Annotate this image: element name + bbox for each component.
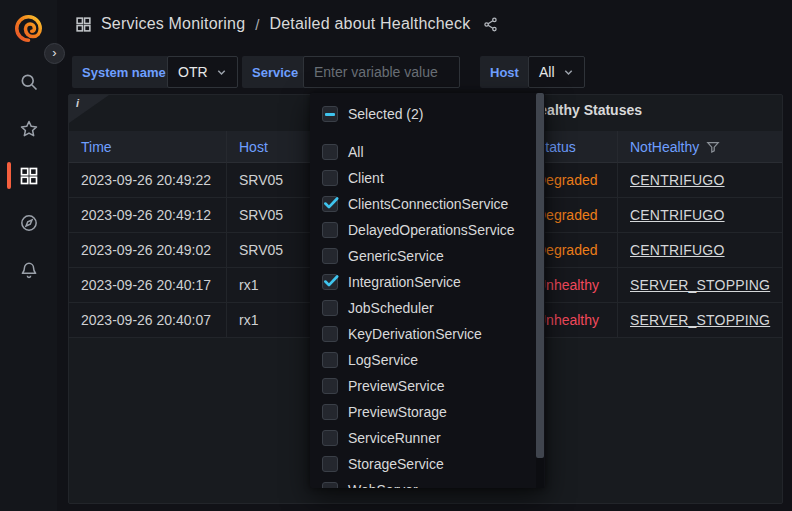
dropdown-selected-summary[interactable]: Selected (2)	[310, 100, 545, 128]
checkbox-icon[interactable]	[322, 352, 338, 368]
checkbox-icon[interactable]	[322, 482, 338, 488]
cell-nothealthy-link[interactable]: SERVER_STOPPING	[630, 277, 770, 293]
checkbox-icon[interactable]	[322, 144, 338, 160]
dropdown-item-label: KeyDerivationService	[348, 326, 482, 342]
dropdown-item-label: Client	[348, 170, 384, 186]
dashboards-grid-icon	[19, 166, 39, 186]
service-dropdown: Selected (2) All Client ClientsConnectio…	[310, 93, 545, 488]
cell-nothealthy-link[interactable]: CENTRIFUGO	[630, 172, 725, 188]
dropdown-item-label: All	[348, 144, 364, 160]
grafana-logo[interactable]	[0, 15, 57, 42]
breadcrumb-item-dashboard[interactable]: Services Monitoring	[101, 15, 245, 33]
checkbox-icon[interactable]	[322, 222, 338, 238]
sidebar-item-favorites[interactable]	[0, 105, 57, 152]
checkbox-indeterminate-icon[interactable]	[322, 106, 338, 122]
dropdown-item[interactable]: PreviewService	[310, 373, 545, 399]
scrollbar-thumb[interactable]	[536, 93, 544, 458]
dropdown-item-label: PreviewService	[348, 378, 444, 394]
cell-time: 2023-09-26 20:40:17	[69, 268, 227, 303]
dropdown-item[interactable]: WebServer	[310, 477, 545, 488]
dropdown-item-label: IntegrationService	[348, 274, 461, 290]
dropdown-item[interactable]: ServiceRunner	[310, 425, 545, 451]
cell-nothealthy-link[interactable]: SERVER_STOPPING	[630, 312, 770, 328]
sidebar-item-dashboards[interactable]	[0, 152, 57, 199]
dropdown-item[interactable]: IntegrationService	[310, 269, 545, 295]
dropdown-scrollbar[interactable]	[536, 93, 544, 488]
dropdown-item[interactable]: KeyDerivationService	[310, 321, 545, 347]
variable-system-name-value: OTR	[178, 64, 208, 80]
checkbox-icon[interactable]	[322, 300, 338, 316]
checkbox-icon[interactable]	[322, 248, 338, 264]
dropdown-item-label: JobScheduler	[348, 300, 434, 316]
dropdown-item[interactable]: PreviewStorage	[310, 399, 545, 425]
star-icon	[19, 119, 39, 139]
dropdown-list: All Client ClientsConnectionService Dela…	[310, 139, 545, 488]
checkbox-icon[interactable]	[322, 170, 338, 186]
cell-nothealthy-link[interactable]: CENTRIFUGO	[630, 242, 725, 258]
sidebar-expand-button[interactable]: ›	[44, 43, 65, 64]
top-navigation: Services Monitoring / Detailed about Hea…	[57, 0, 792, 48]
dropdown-item-label: PreviewStorage	[348, 404, 447, 420]
dropdown-selected-label: Selected (2)	[348, 106, 423, 122]
cell-time: 2023-09-26 20:49:12	[69, 198, 227, 233]
share-icon[interactable]	[482, 16, 499, 33]
breadcrumb-dashboard-icon	[75, 16, 92, 33]
dropdown-item[interactable]: StorageService	[310, 451, 545, 477]
info-icon: i	[76, 97, 79, 109]
bell-icon	[19, 260, 39, 280]
checkbox-icon[interactable]	[322, 404, 338, 420]
dropdown-item-label: ServiceRunner	[348, 430, 441, 446]
breadcrumb-item-current: Detailed about Healthcheck	[269, 15, 470, 33]
dropdown-item-label: GenericService	[348, 248, 444, 264]
dropdown-item[interactable]: LogService	[310, 347, 545, 373]
dropdown-item[interactable]: All	[310, 139, 545, 165]
compass-icon	[19, 213, 39, 233]
column-header-time[interactable]: Time	[69, 131, 227, 163]
checkbox-icon[interactable]	[322, 326, 338, 342]
search-icon	[19, 72, 39, 92]
cell-nothealthy-link[interactable]: CENTRIFUGO	[630, 207, 725, 223]
dropdown-item[interactable]: Client	[310, 165, 545, 191]
variable-host-select[interactable]: All	[528, 56, 585, 88]
panel-info-corner[interactable]: i	[69, 95, 109, 123]
sidebar: ›	[0, 0, 57, 511]
variable-service-label: Service	[242, 56, 308, 88]
checkbox-icon[interactable]	[322, 274, 338, 290]
dropdown-item-label: StorageService	[348, 456, 444, 472]
filter-icon[interactable]	[706, 140, 720, 154]
checkbox-icon[interactable]	[322, 430, 338, 446]
checkbox-icon[interactable]	[322, 378, 338, 394]
chevron-down-icon	[563, 67, 574, 78]
sidebar-item-search[interactable]	[0, 58, 57, 105]
variable-host-label: Host	[480, 56, 529, 88]
chevron-down-icon	[216, 67, 227, 78]
variable-system-name-label: System name	[72, 56, 176, 88]
variable-system-name-select[interactable]: OTR	[167, 56, 238, 88]
dropdown-item-label: LogService	[348, 352, 418, 368]
checkbox-icon[interactable]	[322, 456, 338, 472]
breadcrumb-separator: /	[254, 16, 260, 33]
dropdown-item-label: DelayedOperationsService	[348, 222, 515, 238]
dropdown-item[interactable]: DelayedOperationsService	[310, 217, 545, 243]
cell-time: 2023-09-26 20:49:22	[69, 163, 227, 198]
sidebar-item-alerting[interactable]	[0, 246, 57, 293]
dropdown-item[interactable]: GenericService	[310, 243, 545, 269]
cell-time: 2023-09-26 20:40:07	[69, 303, 227, 338]
dropdown-item-label: WebServer	[348, 482, 418, 488]
variable-host-value: All	[539, 64, 555, 80]
variable-service-input[interactable]	[303, 56, 460, 88]
dropdown-item-label: ClientsConnectionService	[348, 196, 508, 212]
dropdown-item[interactable]: ClientsConnectionService	[310, 191, 545, 217]
sidebar-item-explore[interactable]	[0, 199, 57, 246]
checkbox-icon[interactable]	[322, 196, 338, 212]
column-header-nothealthy[interactable]: NotHealthy	[618, 131, 782, 163]
cell-time: 2023-09-26 20:49:02	[69, 233, 227, 268]
dropdown-item[interactable]: JobScheduler	[310, 295, 545, 321]
